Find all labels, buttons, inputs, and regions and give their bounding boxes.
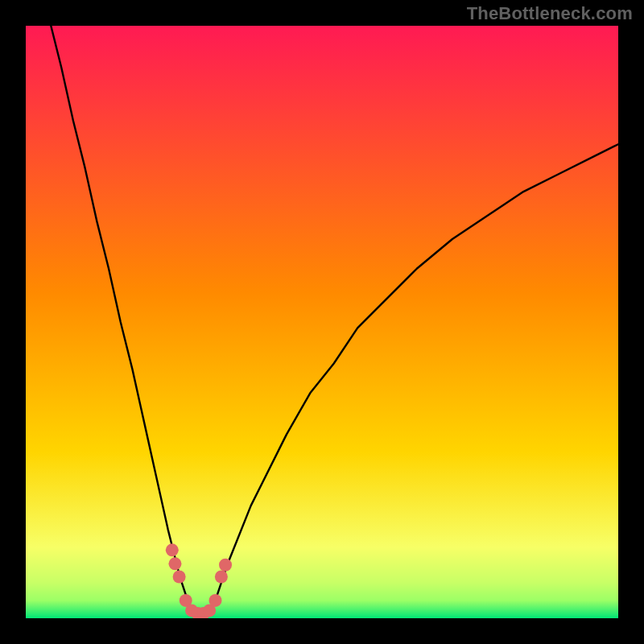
watermark-text: TheBottleneck.com bbox=[467, 3, 633, 24]
plot-svg bbox=[26, 26, 618, 618]
marker-point bbox=[166, 543, 179, 556]
marker-point bbox=[173, 570, 186, 583]
marker-point bbox=[209, 594, 222, 607]
marker-point bbox=[219, 559, 232, 572]
gradient-background bbox=[26, 26, 618, 618]
plot-area bbox=[26, 26, 618, 618]
marker-point bbox=[168, 557, 181, 570]
marker-point bbox=[215, 570, 228, 583]
chart-frame: TheBottleneck.com bbox=[0, 0, 644, 644]
